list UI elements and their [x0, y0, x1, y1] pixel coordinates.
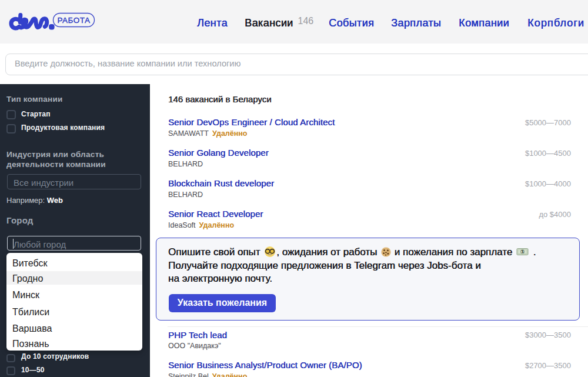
svg-text:$: $: [522, 249, 524, 253]
svg-text:РАБОТА: РАБОТА: [57, 16, 90, 25]
